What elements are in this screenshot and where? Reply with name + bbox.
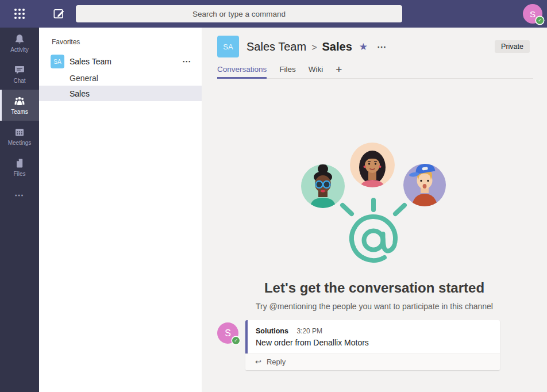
- message-row: S ✓ Solutions 3:20 PM New order from Den…: [217, 320, 500, 370]
- rail-label: Files: [13, 171, 25, 177]
- sidebar-team-sales-team[interactable]: SA Sales Team ⋯: [39, 53, 202, 70]
- search-input[interactable]: [76, 5, 402, 22]
- file-icon: [14, 157, 25, 169]
- avatar-woman-glasses: [301, 164, 345, 208]
- empty-state-title: Let's get the conversation started: [202, 280, 547, 296]
- breadcrumb-channel-name: Sales: [322, 40, 352, 53]
- channel-item-sales[interactable]: Sales: [39, 86, 202, 101]
- message-text: New order from Denallix Motors: [256, 338, 492, 347]
- tab-wiki[interactable]: Wiki: [309, 65, 323, 78]
- favorite-star-icon[interactable]: ★: [359, 41, 368, 53]
- breadcrumb-separator: >: [311, 43, 317, 52]
- empty-state-subtitle: Try @mentioning the people you want to p…: [202, 302, 547, 311]
- breadcrumb-team-name[interactable]: Sales Team: [246, 40, 306, 53]
- top-bar: S ✓: [0, 0, 547, 28]
- rail-item-activity[interactable]: Activity: [0, 28, 39, 59]
- rail-item-meetings[interactable]: Meetings: [0, 121, 39, 152]
- team-name: Sales Team: [70, 57, 111, 66]
- message-body: Solutions 3:20 PM New order from Denalli…: [245, 320, 500, 353]
- rail-label: Meetings: [8, 140, 32, 146]
- message-timestamp: 3:20 PM: [296, 327, 322, 335]
- teams-icon: [14, 95, 25, 107]
- channel-sidebar: Favorites SA Sales Team ⋯ General Sales: [39, 28, 202, 392]
- avatar-person-cap: [403, 163, 446, 206]
- channel-breadcrumb: Sales Team>Sales: [246, 40, 352, 53]
- app-rail: Activity Chat Teams Meetings: [0, 28, 39, 392]
- channel-item-general[interactable]: General: [39, 70, 202, 86]
- team-more-button[interactable]: ⋯: [182, 56, 191, 67]
- rail-item-chat[interactable]: Chat: [0, 59, 39, 90]
- rail-item-teams[interactable]: Teams: [0, 90, 39, 121]
- team-avatar: SA: [51, 55, 64, 68]
- channel-header: SA Sales Team>Sales ★ ⋯ Private: [202, 28, 547, 57]
- tab-files[interactable]: Files: [279, 65, 296, 78]
- channel-more-button[interactable]: ⋯: [377, 41, 387, 52]
- team-avatar-large: SA: [217, 36, 239, 57]
- rail-more-button[interactable]: ⋯: [0, 190, 39, 201]
- rail-label: Chat: [13, 78, 25, 84]
- reply-label: Reply: [267, 358, 286, 366]
- empty-state: Let's get the conversation started Try @…: [202, 139, 547, 311]
- channel-tabs: Conversations Files Wiki +: [217, 63, 533, 79]
- rail-item-files[interactable]: Files: [0, 152, 39, 183]
- favorites-section-label: Favorites: [52, 38, 202, 46]
- user-avatar[interactable]: S ✓: [523, 4, 542, 24]
- message-sender-name: Solutions: [256, 327, 288, 335]
- reply-button[interactable]: ↩Reply: [245, 353, 500, 370]
- avatar-woman-long-hair: [350, 143, 395, 188]
- add-tab-button[interactable]: +: [336, 63, 342, 78]
- message-sender-avatar: S ✓: [217, 322, 238, 344]
- privacy-badge: Private: [495, 40, 530, 53]
- at-mention-icon: [342, 200, 405, 260]
- channel-name: Sales: [70, 89, 90, 98]
- presence-available-icon: ✓: [536, 17, 544, 24]
- app-launcher-waffle-icon[interactable]: [13, 7, 26, 20]
- user-avatar-initial: S: [530, 9, 536, 19]
- message-meta: Solutions 3:20 PM: [256, 325, 492, 336]
- bell-icon: [14, 33, 25, 45]
- channel-name: General: [70, 74, 98, 83]
- rail-label: Teams: [11, 109, 28, 115]
- chat-icon: [14, 64, 25, 76]
- tab-conversations[interactable]: Conversations: [217, 65, 267, 79]
- presence-available-icon: ✓: [232, 337, 240, 344]
- message-avatar-initial: S: [225, 328, 231, 339]
- message-card[interactable]: Solutions 3:20 PM New order from Denalli…: [245, 320, 500, 370]
- reply-arrow-icon: ↩: [255, 358, 261, 366]
- calendar-icon: [14, 126, 25, 138]
- mention-illustration: [291, 139, 458, 271]
- main-content: SA Sales Team>Sales ★ ⋯ Private Conversa…: [202, 28, 547, 392]
- rail-label: Activity: [10, 47, 29, 53]
- compose-icon[interactable]: [52, 7, 66, 21]
